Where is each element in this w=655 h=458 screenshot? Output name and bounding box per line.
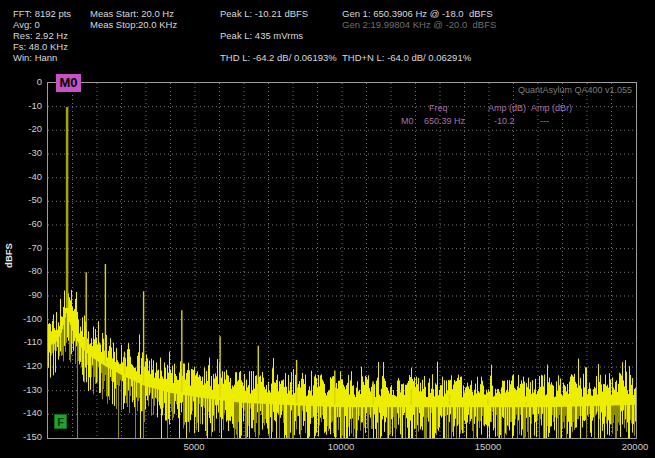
y-tick-label: -100 bbox=[0, 314, 42, 324]
meas-stop: Meas Stop:20.0 KHz bbox=[90, 19, 177, 30]
y-tick-label: -60 bbox=[0, 219, 42, 229]
peak-level-vrms: Peak L: 435 mVrms bbox=[220, 30, 303, 41]
spectrum-canvas bbox=[48, 83, 636, 438]
app-version-label: QuantAsylum QA400 v1.055 bbox=[518, 85, 632, 95]
level-readouts: Peak L: -10.21 dBFS Peak L: 435 mVrms TH… bbox=[220, 8, 360, 68]
window-function: Win: Hann bbox=[13, 52, 71, 63]
y-tick-label: -120 bbox=[0, 361, 42, 371]
y-tick-label: -10 bbox=[0, 101, 42, 111]
fft-points: FFT: 8192 pts bbox=[13, 8, 71, 19]
spectrum-plot[interactable]: QuantAsylum QA400 v1.055 bbox=[47, 82, 637, 439]
x-tick-label: 20000 bbox=[612, 441, 655, 452]
gen2-readout: Gen 2:19.99804 KHz @ -20.0 dBFS bbox=[342, 19, 496, 30]
marker-row-amp-dbr: --- bbox=[540, 116, 549, 126]
y-tick-label: -140 bbox=[0, 408, 42, 418]
meas-start: Meas Start: 20.0 Hz bbox=[90, 8, 177, 19]
acquisition-settings: FFT: 8192 pts Avg: 0 Res: 2.92 Hz Fs: 48… bbox=[13, 8, 71, 63]
y-tick-label: 0 bbox=[0, 77, 42, 87]
x-tick-label: 15000 bbox=[465, 441, 511, 452]
y-tick-label: -50 bbox=[0, 195, 42, 205]
peak-level-dbfs: Peak L: -10.21 dBFS bbox=[220, 8, 308, 19]
y-axis-title: dBFS bbox=[3, 236, 14, 276]
x-tick-label: 10000 bbox=[318, 441, 364, 452]
marker-row-name: M0 bbox=[401, 116, 414, 126]
thdn-readout: THD+N L: -64.0 dB/ 0.06291% bbox=[342, 52, 471, 63]
y-tick-label: -110 bbox=[0, 337, 42, 347]
sample-rate: Fs: 48.0 KHz bbox=[13, 41, 71, 52]
y-tick-label: -90 bbox=[0, 290, 42, 300]
generator-readouts: Gen 1: 650.3906 Hz @ -18.0 dBFS Gen 2:19… bbox=[342, 8, 562, 68]
resolution: Res: 2.92 Hz bbox=[13, 30, 71, 41]
y-tick-label: -30 bbox=[0, 148, 42, 158]
averaging: Avg: 0 bbox=[13, 19, 71, 30]
marker-table-header-amp-dbr: Amp (dBr) bbox=[531, 103, 572, 113]
measurement-settings: Meas Start: 20.0 Hz Meas Stop:20.0 KHz bbox=[90, 8, 177, 30]
y-tick-label: -20 bbox=[0, 124, 42, 134]
x-tick-label: 5000 bbox=[171, 441, 217, 452]
y-tick-label: -40 bbox=[0, 172, 42, 182]
marker-row-freq: 650.39 Hz bbox=[424, 116, 465, 126]
marker-m0-flag[interactable]: M0 bbox=[56, 74, 81, 92]
marker-table-header-amp-db: Amp (dB) bbox=[488, 103, 526, 113]
gen1-readout: Gen 1: 650.3906 Hz @ -18.0 dBFS bbox=[342, 8, 493, 19]
marker-row-amp-db: -10.2 bbox=[494, 116, 515, 126]
qa400-analyzer-window: FFT: 8192 pts Avg: 0 Res: 2.92 Hz Fs: 48… bbox=[0, 0, 655, 458]
thd-readout: THD L: -64.2 dB/ 0.06193% bbox=[220, 52, 337, 63]
fundamental-marker-flag[interactable]: F bbox=[54, 414, 67, 429]
y-tick-label: -130 bbox=[0, 385, 42, 395]
y-tick-label: -150 bbox=[0, 432, 42, 442]
marker-table-header-freq: Freq bbox=[429, 103, 448, 113]
